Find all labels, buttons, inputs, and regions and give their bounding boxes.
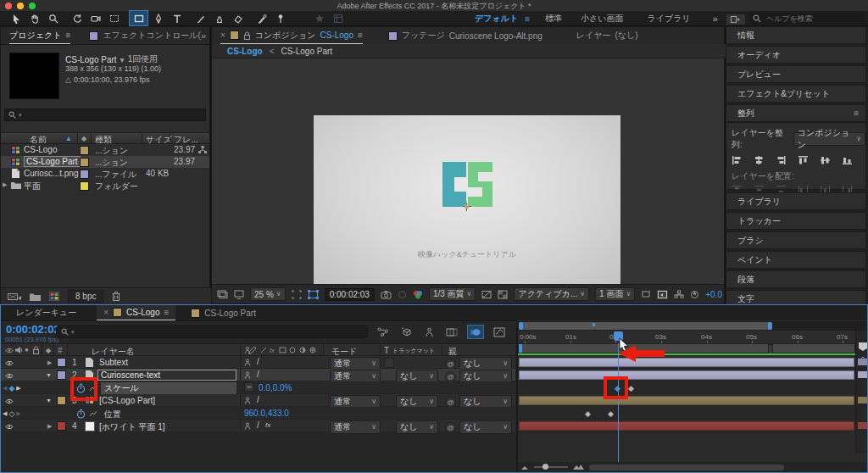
timeline-current-time[interactable]: 0:00:02:03 — [6, 323, 60, 336]
workspace-settings-button[interactable] — [726, 14, 746, 25]
panel-brushes[interactable]: ブラシ — [726, 231, 866, 249]
clone-stamp-tool-icon[interactable] — [210, 11, 228, 25]
timeline-search-field[interactable]: ▾ — [56, 326, 368, 338]
comp-marker-button[interactable] — [858, 342, 867, 352]
stopwatch-icon[interactable] — [76, 409, 86, 419]
quality-switch[interactable]: / — [257, 420, 259, 430]
pixel-aspect-correction-icon[interactable] — [641, 290, 651, 298]
rectangle-tool-icon[interactable] — [129, 10, 148, 26]
parent-pickwhip-icon[interactable]: @ — [445, 397, 456, 408]
solo-icon[interactable]: ● — [25, 346, 29, 353]
work-area-bar[interactable] — [518, 343, 855, 353]
frame-blending-button[interactable] — [444, 326, 459, 338]
panel-paragraph[interactable]: 段落 — [726, 270, 866, 288]
fx-switch[interactable]: fx — [265, 421, 270, 429]
align-left-button[interactable] — [732, 155, 743, 165]
magnification-dropdown[interactable]: 25 %∨ — [250, 287, 286, 301]
mask-visibility-icon[interactable] — [308, 290, 319, 299]
layer-name-selected[interactable]: Curioscene-text — [97, 370, 236, 381]
navigator-start-handle[interactable] — [519, 322, 523, 330]
fast-previews-icon[interactable] — [481, 290, 492, 299]
draft-3d-button[interactable] — [398, 326, 414, 338]
parent-pickwhip-icon[interactable]: @ — [445, 359, 456, 370]
tab-footage[interactable]: フッテージ Curioscene Logo-Alt.png — [388, 30, 542, 42]
interpret-footage-button[interactable] — [8, 292, 21, 301]
video-eye-icon[interactable] — [5, 423, 14, 431]
panel-preview[interactable]: プレビュー — [726, 65, 866, 83]
help-search-input[interactable] — [765, 14, 861, 24]
scale-link-icon[interactable]: ∞ — [244, 382, 254, 392]
preview-dropdown-icon[interactable]: ▾ — [120, 55, 125, 64]
position-keyframe-2[interactable]: ◆ — [608, 410, 614, 418]
align-vcenter-button[interactable] — [820, 155, 831, 165]
number-column-header[interactable]: # — [58, 346, 63, 355]
keyframe-at-time-icon[interactable]: ◇ — [8, 409, 14, 418]
trash-button[interactable] — [112, 292, 120, 301]
property-name-position[interactable]: 位置 — [104, 409, 121, 420]
project-row-png[interactable]: Curiosc...t.png ...ファイル 40 KB — [1, 168, 209, 180]
exposure-value[interactable]: +0.0 — [705, 290, 722, 299]
puppet-pin-tool-icon[interactable] — [271, 11, 289, 25]
quality-switch[interactable]: / — [257, 370, 259, 379]
close-icon[interactable]: × — [103, 308, 108, 317]
expand-icon[interactable]: ▼ — [46, 398, 52, 403]
align-target-dropdown[interactable]: コンポジション∨ — [793, 132, 865, 146]
viewer-timecode[interactable]: 0:00:02:03 — [325, 288, 375, 301]
breadcrumb-current[interactable]: CS-Logo — [227, 47, 263, 56]
region-of-interest-icon[interactable] — [292, 290, 302, 299]
prev-keyframe-icon[interactable]: ◀ — [3, 410, 7, 417]
video-eye-icon[interactable] — [5, 372, 14, 380]
panel-menu-icon[interactable]: ≡ — [854, 109, 859, 118]
project-column-headers[interactable]: 名前 ▲ ◆ 種類 サイズ フレ... — [1, 132, 209, 144]
breadcrumb-parent[interactable]: CS-Logo Part — [281, 47, 333, 56]
monitor-icon[interactable] — [234, 290, 244, 299]
align-right-button[interactable] — [776, 155, 787, 165]
layer-name[interactable]: [CS-Logo Part] — [99, 396, 155, 405]
eraser-tool-icon[interactable] — [229, 11, 247, 25]
tab-layer[interactable]: レイヤー (なし) — [576, 30, 638, 42]
new-composition-button[interactable] — [49, 292, 59, 301]
parent-pickwhip-icon[interactable]: @ — [445, 371, 456, 382]
label-column-icon[interactable]: ◆ — [46, 347, 51, 354]
property-row-position[interactable]: ◀ ◇ ▶ 位置 960.0,433.0 — [1, 407, 515, 420]
roto-brush-tool-icon[interactable] — [253, 11, 270, 25]
t-column-header[interactable]: T — [384, 346, 389, 355]
next-keyframe-icon[interactable]: ▶ — [16, 385, 20, 392]
keyframe-navigator[interactable]: ◀ ◆ ▶ — [3, 384, 21, 392]
panel-align-header[interactable]: 整列 ≡ — [726, 104, 866, 122]
panel-tracker[interactable]: トラッカー — [726, 212, 866, 230]
brush-tool-icon[interactable] — [192, 11, 209, 25]
switches-column-icons[interactable]: fx — [244, 346, 319, 354]
item-label-color[interactable] — [80, 170, 89, 179]
tab-timeline-cs-logo[interactable]: × CS-Logo ≡ — [97, 305, 175, 320]
quality-switch[interactable]: / — [257, 395, 259, 404]
lock-icon[interactable] — [32, 346, 40, 354]
layer-name[interactable]: [ホワイト 平面 1] — [99, 421, 165, 433]
tab-render-queue[interactable]: レンダーキュー — [16, 307, 76, 319]
navigator-end-handle[interactable] — [768, 322, 772, 330]
project-row-folder[interactable]: ▶ 平面 フォルダー — [1, 180, 209, 192]
graph-toggle-icon[interactable] — [89, 410, 97, 417]
selection-tool-icon[interactable] — [7, 11, 25, 25]
expand-icon[interactable]: ▼ — [46, 372, 52, 378]
shy-switch-icon[interactable] — [244, 359, 251, 366]
rotation-tool-icon[interactable] — [68, 11, 86, 25]
zoom-out-mountain-icon[interactable] — [521, 465, 529, 470]
search-dropdown-icon[interactable]: ▾ — [19, 112, 22, 119]
track-overview-strip[interactable] — [855, 331, 867, 454]
parent-dropdown[interactable]: なし∨ — [459, 420, 512, 434]
scale-keyframe-next[interactable]: ◆ — [628, 385, 634, 392]
time-ruler[interactable]: 0:00s 01s 02s 03s 04s 05s 06s 07s — [518, 331, 867, 344]
timeline-h-scrollbar[interactable] — [589, 465, 784, 470]
color-depth-button[interactable]: 8 bpc — [68, 290, 103, 303]
hand-tool-icon[interactable] — [25, 11, 43, 25]
close-icon[interactable]: × — [220, 31, 225, 40]
project-row-cs-logo[interactable]: CS-Logo ...ション 23.97 — [1, 144, 209, 156]
timeline-zoom-slider[interactable] — [534, 466, 568, 468]
item-label-color[interactable] — [80, 158, 89, 167]
layer-row-subtext[interactable]: ▶ 1 Subtext / 通常∨ @ なし∨ — [1, 356, 515, 369]
shy-switch-icon[interactable] — [244, 422, 251, 430]
panel-menu-icon[interactable]: ≡ — [65, 31, 70, 40]
item-label-color[interactable] — [80, 146, 89, 155]
video-eye-icon[interactable] — [5, 398, 14, 405]
